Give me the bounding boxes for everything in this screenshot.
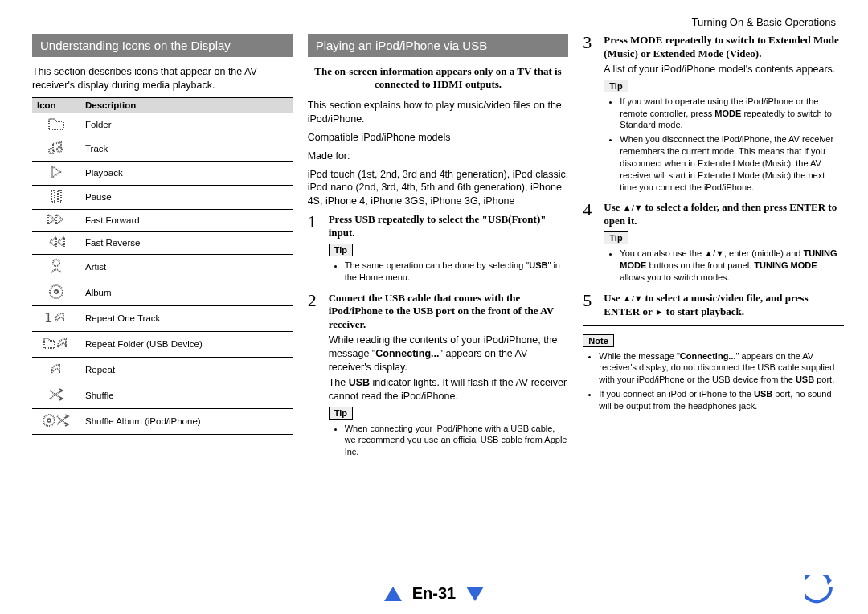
table-row: 1Repeat One Track [32, 305, 293, 331]
svg-point-9 [47, 419, 51, 422]
table-row: Shuffle Album (iPod/iPhone) [32, 408, 293, 434]
tip-item: When connecting your iPod/iPhone with a … [345, 423, 569, 459]
playback-icon [51, 166, 62, 178]
tip-label: Tip [604, 80, 628, 92]
row-desc: Track [80, 137, 293, 161]
table-row: Fast Reverse [32, 231, 293, 254]
notice-text: The on-screen information appears only o… [308, 65, 569, 91]
row-desc: Repeat [80, 357, 293, 383]
row-desc: Repeat One Track [80, 305, 293, 331]
row-desc: Artist [80, 254, 293, 280]
svg-point-1 [57, 147, 62, 152]
note-label: Note [583, 334, 613, 347]
column-3: 3 Press MODE repeatedly to switch to Ext… [583, 34, 844, 465]
col2-intro: This section explains how to play music/… [308, 99, 569, 126]
row-desc: Shuffle Album (iPod/iPhone) [80, 408, 293, 434]
manual-page: Turning On & Basic Operations Understand… [0, 0, 868, 614]
th-icon: Icon [32, 97, 80, 113]
table-row: Artist [32, 254, 293, 280]
step2-title: Connect the USB cable that comes with th… [329, 292, 569, 333]
step3-p1: A list of your iPod/iPhone model's conte… [604, 63, 844, 76]
step-5: 5 Use ▲/▼ to select a music/video file, … [583, 292, 844, 319]
tip-item: You can also use the ▲/▼, enter (middle)… [620, 248, 844, 284]
col1-intro: This section describes icons that appear… [32, 65, 293, 92]
table-row: Pause [32, 185, 293, 209]
repeat-icon [48, 362, 64, 376]
tip-label: Tip [604, 231, 628, 244]
next-page-icon[interactable] [466, 587, 484, 601]
tip-label: Tip [329, 244, 353, 256]
prev-page-icon[interactable] [384, 587, 402, 601]
step-1: 1 Press USB repeatedly to select the "US… [308, 213, 569, 288]
row-desc: Album [80, 280, 293, 305]
table-row: Album [32, 280, 293, 305]
compat-label: Compatible iPod/iPhone models [308, 131, 569, 145]
step1-tips: The same operation can be done by select… [334, 260, 569, 284]
table-row: Repeat Folder (USB Device) [32, 331, 293, 357]
table-row: Repeat [32, 357, 293, 383]
row-desc: Fast Forward [80, 209, 293, 231]
table-row: Folder [32, 113, 293, 137]
tip-item: The same operation can be done by select… [345, 260, 569, 284]
notes-list: While the message "Connecting..." appear… [588, 350, 844, 412]
step-3: 3 Press MODE repeatedly to switch to Ext… [583, 34, 844, 198]
page-footer: En-31 [0, 584, 868, 603]
step3-tips: If you want to operate using the iPod/iP… [608, 96, 844, 194]
section-header: Turning On & Basic Operations [692, 16, 836, 28]
section-title-2: Playing an iPod/iPhone via USB [308, 34, 569, 57]
svg-point-0 [49, 149, 54, 154]
album-icon [49, 284, 63, 299]
step-number: 1 [308, 213, 322, 288]
shuffle-album-icon [43, 413, 70, 428]
svg-point-5 [50, 285, 63, 298]
step-number: 3 [583, 34, 597, 198]
content-columns: Understanding Icons on the Display This … [32, 34, 844, 465]
step-2: 2 Connect the USB cable that comes with … [308, 292, 569, 464]
svg-point-8 [43, 415, 55, 426]
shuffle-icon [48, 387, 64, 402]
table-row: Fast Forward [32, 209, 293, 231]
fast-forward-icon [47, 214, 65, 225]
row-desc: Playback [80, 161, 293, 185]
svg-point-6 [55, 290, 58, 293]
step-number: 5 [583, 292, 597, 319]
step4-tips: You can also use the ▲/▼, enter (middle)… [608, 248, 844, 284]
artist-icon [50, 259, 63, 273]
model-list: iPod touch (1st, 2nd, 3rd and 4th genera… [308, 168, 569, 209]
step2-p1: While reading the contents of your iPod/… [329, 334, 569, 375]
table-row: Playback [32, 161, 293, 185]
icon-table: Icon Description Folder Track Playback P… [32, 97, 293, 435]
row-desc: Pause [80, 185, 293, 209]
row-desc: Folder [80, 113, 293, 137]
tip-label: Tip [329, 407, 353, 420]
svg-point-4 [53, 260, 59, 266]
tip-item: If you want to operate using the iPod/iP… [620, 96, 844, 132]
pause-icon [51, 190, 62, 203]
row-desc: Fast Reverse [80, 231, 293, 254]
note-item: If you connect an iPod or iPhone to the … [599, 388, 844, 412]
column-1: Understanding Icons on the Display This … [32, 34, 293, 465]
back-button[interactable] [805, 575, 836, 606]
section-title-1: Understanding Icons on the Display [32, 34, 293, 57]
track-icon [48, 141, 64, 154]
step4-title: Use ▲/▼ to select a folder, and then pre… [604, 201, 844, 228]
table-row: Shuffle [32, 383, 293, 408]
note-item: While the message "Connecting..." appear… [599, 350, 844, 387]
made-for: Made for: [308, 149, 569, 163]
step-number: 4 [583, 201, 597, 288]
repeat-one-icon: 1 [44, 310, 68, 325]
table-row: Track [32, 137, 293, 161]
page-number: En-31 [412, 584, 456, 603]
step3-title: Press MODE repeatedly to switch to Exten… [604, 34, 844, 61]
row-desc: Shuffle [80, 383, 293, 408]
step-4: 4 Use ▲/▼ to select a folder, and then p… [583, 201, 844, 288]
step1-title: Press USB repeatedly to select the "USB(… [329, 213, 569, 240]
svg-text:1: 1 [44, 310, 53, 325]
row-desc: Repeat Folder (USB Device) [80, 331, 293, 357]
folder-icon [48, 117, 64, 130]
svg-rect-3 [58, 190, 61, 202]
repeat-folder-icon [43, 336, 69, 350]
note-section: Note While the message "Connecting..." a… [583, 325, 844, 412]
fast-reverse-icon [47, 236, 65, 248]
step-number: 2 [308, 292, 322, 464]
